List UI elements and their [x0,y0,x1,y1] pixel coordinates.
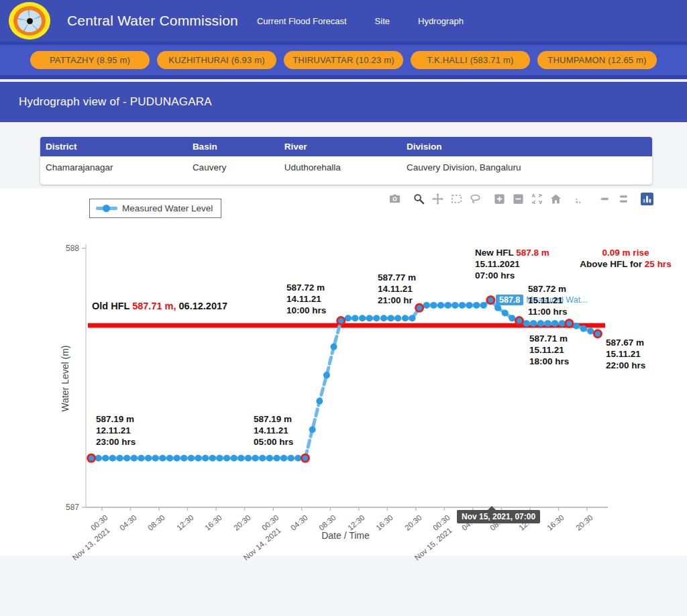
column-header-basin: Basin [187,137,279,156]
data-point[interactable] [409,315,416,321]
table-header-row: DistrictBasinRiverDivision [40,137,652,156]
data-point[interactable] [316,398,323,405]
data-point[interactable] [380,315,387,321]
autoscale-icon[interactable] [531,193,543,205]
data-point[interactable] [559,320,566,327]
data-point[interactable] [237,455,244,462]
data-point[interactable] [459,302,466,309]
data-point[interactable] [259,455,266,462]
data-point[interactable] [537,320,544,327]
camera-icon[interactable] [388,193,401,205]
station-pill-t-k-halli[interactable]: T.K.HALLI (583.71 m) [411,51,530,69]
data-point[interactable] [551,320,558,327]
data-point[interactable] [373,315,380,321]
data-point[interactable] [152,455,159,462]
data-point[interactable] [280,455,287,462]
lasso-select-icon[interactable] [469,193,482,205]
hover-compare-icon[interactable] [617,193,629,205]
pan-icon[interactable] [431,193,444,205]
data-point[interactable] [323,372,330,378]
data-point[interactable] [445,302,452,309]
data-point[interactable] [437,302,444,309]
highlighted-data-point[interactable] [302,454,309,462]
plot-area[interactable] [0,189,687,556]
data-point[interactable] [402,315,409,321]
data-point[interactable] [523,320,530,327]
plotly-logo-icon[interactable] [641,193,653,205]
highlighted-data-point[interactable] [516,317,523,325]
data-point[interactable] [573,323,580,329]
data-point[interactable] [309,426,316,433]
data-point[interactable] [473,302,480,309]
data-point[interactable] [480,302,487,309]
data-point[interactable] [288,455,295,462]
highlighted-data-point[interactable] [566,319,573,327]
data-point[interactable] [366,315,373,321]
highlighted-data-point[interactable] [594,330,601,338]
highlighted-data-point[interactable] [88,454,95,462]
data-point[interactable] [95,455,102,462]
data-point[interactable] [352,315,358,321]
nav-link-current-flood-forecast[interactable]: Current Flood Forecast [257,16,347,26]
zoom-in-icon[interactable] [493,193,506,205]
data-point[interactable] [430,302,437,309]
annotation-p-0500: 587.19 m14.11.2105:00 hrs [254,413,293,448]
data-point[interactable] [231,455,237,462]
data-point[interactable] [131,455,138,462]
data-point[interactable] [195,455,202,462]
zoom-icon[interactable] [413,193,425,205]
data-point[interactable] [245,455,252,462]
data-point[interactable] [123,455,130,462]
data-point[interactable] [274,455,280,462]
data-point[interactable] [180,455,187,462]
data-point[interactable] [530,320,537,327]
cwc-logo-icon [9,2,50,40]
data-point[interactable] [394,315,401,321]
data-point[interactable] [138,455,145,462]
data-point[interactable] [587,328,594,335]
data-point[interactable] [174,455,180,462]
data-point[interactable] [117,455,123,462]
legend[interactable]: Measured Water Level [89,199,221,218]
data-point[interactable] [166,455,173,462]
data-point[interactable] [331,344,337,350]
data-point[interactable] [266,455,273,462]
data-point[interactable] [188,455,195,462]
data-point[interactable] [502,310,509,317]
data-point[interactable] [102,455,109,462]
data-point[interactable] [509,315,515,321]
data-point[interactable] [359,315,366,321]
reset-axes-icon[interactable] [549,193,562,205]
data-point[interactable] [345,315,352,321]
app-title: Central Water Commission [67,13,238,29]
data-point[interactable] [216,455,223,462]
data-point[interactable] [109,455,116,462]
zoom-out-icon[interactable] [512,193,525,205]
data-point[interactable] [295,455,301,462]
station-pill-thiruvattar[interactable]: THIRUVATTAR (10.23 m) [284,51,403,69]
data-point[interactable] [388,315,394,321]
data-point[interactable] [494,305,501,311]
data-point[interactable] [580,325,587,332]
data-point[interactable] [466,302,473,309]
data-point[interactable] [223,455,230,462]
station-pill-pattazhy[interactable]: PATTAZHY (8.95 m) [30,51,150,69]
box-select-icon[interactable] [450,193,463,205]
data-point[interactable] [145,455,152,462]
data-point[interactable] [452,302,458,309]
nav-link-hydrograph[interactable]: Hydrograph [418,16,464,26]
data-point[interactable] [545,320,551,327]
station-pill-thumpamon[interactable]: THUMPAMON (12.65 m) [537,51,657,69]
data-point[interactable] [252,455,259,462]
hover-closest-icon[interactable] [598,193,611,205]
highlighted-data-point[interactable] [416,304,423,311]
highlighted-data-point[interactable] [487,297,494,304]
data-point[interactable] [209,455,216,462]
spike-lines-icon[interactable] [574,193,586,205]
station-pill-kuzhithurai[interactable]: KUZHITHURAI (6.93 m) [157,51,276,69]
nav-link-site[interactable]: Site [375,16,390,26]
data-point[interactable] [159,455,166,462]
data-point[interactable] [423,302,430,309]
highlighted-data-point[interactable] [337,317,345,325]
data-point[interactable] [202,455,209,462]
